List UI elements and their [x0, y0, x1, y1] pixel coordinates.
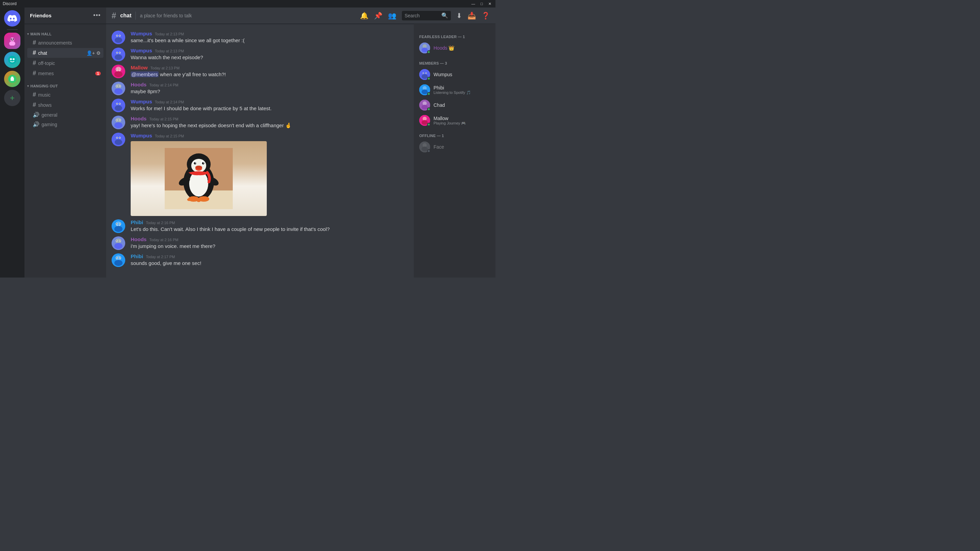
close-button[interactable]: ✕	[487, 2, 493, 6]
discord-home-button[interactable]	[4, 10, 21, 27]
author-line: Hoods Today at 2:14 PM	[130, 82, 408, 87]
message-content: Wumpus Today at 2:13 PM Wanna watch the …	[130, 48, 408, 61]
server-icon-3[interactable]	[4, 71, 21, 87]
member-info: Chad	[434, 102, 490, 108]
members-sidebar: FEARLESS LEADER — 1 Hoods 👑	[414, 24, 495, 278]
download-icon[interactable]: ⬇	[456, 11, 462, 20]
category-hanging-out[interactable]: ▾ HANGING OUT	[24, 79, 106, 89]
member-item-mallow[interactable]: Mallow Playing Journey 🎮	[417, 113, 493, 128]
category-arrow-main-hall: ▾	[27, 32, 29, 36]
mention[interactable]: @members	[130, 71, 159, 77]
member-item-hoods-leader[interactable]: Hoods 👑	[417, 40, 493, 56]
message-timestamp: Today at 2:16 PM	[146, 221, 175, 225]
add-member-icon[interactable]: 👤+	[86, 50, 95, 56]
svg-rect-9	[11, 76, 13, 78]
message-author[interactable]: Wumpus	[130, 98, 152, 105]
category-main-hall[interactable]: ▾ MAIN HALL	[24, 27, 106, 37]
channel-name-chat: chat	[38, 50, 84, 56]
member-name-text: Hoods	[434, 45, 447, 51]
member-item-chad[interactable]: Chad	[417, 98, 493, 113]
avatar	[111, 82, 125, 95]
svg-point-50	[120, 120, 121, 121]
message-author[interactable]: Hoods	[130, 116, 147, 121]
author-line: Wumpus Today at 2:13 PM	[130, 48, 408, 53]
svg-point-85	[115, 226, 123, 232]
message-author[interactable]: Phibi	[130, 219, 143, 225]
status-indicator	[427, 50, 430, 54]
minimize-button[interactable]: —	[470, 2, 476, 6]
member-info: Phibi Listening to Spotify 🎵	[434, 85, 490, 95]
channel-shows[interactable]: # shows	[27, 100, 103, 110]
member-name: Phibi	[434, 85, 490, 91]
server-more-button[interactable]: •••	[93, 12, 101, 19]
svg-point-51	[115, 122, 123, 128]
maximize-button[interactable]: □	[479, 2, 484, 6]
channel-off-topic[interactable]: # off-topic	[27, 58, 103, 68]
members-icon[interactable]: 👥	[388, 11, 396, 20]
message-content: Phibi Today at 2:16 PM Let's do this. Ca…	[130, 219, 408, 233]
message-timestamp: Today at 2:15 PM	[150, 117, 179, 121]
message-author[interactable]: Mallow	[130, 65, 148, 70]
channel-hash-icon: #	[33, 49, 36, 56]
message-author[interactable]: Phibi	[130, 253, 143, 259]
member-avatar-wrap	[419, 69, 430, 80]
message-author[interactable]: Hoods	[130, 237, 147, 242]
help-icon[interactable]: ❓	[482, 11, 490, 20]
svg-point-35	[116, 86, 117, 86]
svg-point-1	[9, 41, 15, 46]
svg-point-90	[116, 240, 117, 241]
svg-point-71	[195, 163, 196, 163]
author-line: Wumpus Today at 2:14 PM	[130, 98, 408, 105]
svg-point-72	[203, 163, 204, 163]
svg-point-5	[10, 58, 12, 60]
members-category: MEMBERS — 3	[417, 56, 493, 67]
channel-memes[interactable]: # memes 1	[27, 68, 103, 78]
message-group: Wumpus Today at 2:14 PM Works for me! I …	[106, 97, 414, 114]
message-author[interactable]: Hoods	[130, 82, 147, 87]
channel-name-memes: memes	[38, 71, 93, 76]
channel-music[interactable]: # music	[27, 90, 103, 100]
channel-general-voice[interactable]: 🔊 general	[27, 110, 103, 119]
message-content: Phibi Today at 2:17 PM sounds good, give…	[130, 253, 408, 267]
svg-point-92	[115, 243, 123, 249]
main-content: # chat a place for friends to talk 🔔 📌 👥…	[106, 8, 495, 278]
message-author[interactable]: Wumpus	[130, 30, 152, 37]
search-box[interactable]: Search 🔍	[402, 11, 451, 21]
notifications-icon[interactable]: 🔔	[360, 11, 369, 20]
voice-icon: 🔊	[33, 111, 40, 118]
message-timestamp: Today at 2:13 PM	[155, 49, 184, 53]
pin-icon[interactable]: 📌	[374, 11, 382, 20]
add-server-button[interactable]: +	[4, 90, 21, 106]
channel-chat[interactable]: # chat 👤+ ⚙	[27, 48, 103, 58]
inbox-icon[interactable]: 📥	[468, 11, 476, 20]
server-icon-friendos[interactable]	[4, 33, 21, 49]
message-timestamp: Today at 2:17 PM	[146, 255, 175, 259]
member-info: Wumpus	[434, 72, 490, 77]
member-avatar-wrap	[419, 84, 430, 95]
member-item-phibi[interactable]: Phibi Listening to Spotify 🎵	[417, 82, 493, 97]
message-author[interactable]: Wumpus	[130, 48, 152, 53]
message-text: i'm jumping on voice. meet me there?	[130, 243, 408, 250]
channel-announcements[interactable]: # announcements	[27, 38, 103, 48]
sidebar-content: ▾ MAIN HALL # announcements # chat 👤+ ⚙ …	[24, 24, 106, 278]
settings-icon[interactable]: ⚙	[96, 50, 101, 56]
memes-badge: 1	[95, 71, 101, 76]
svg-point-30	[115, 71, 123, 77]
member-item-face[interactable]: Face	[417, 140, 493, 154]
message-content: Mallow Today at 2:13 PM @members when ar…	[130, 65, 408, 78]
member-item-wumpus[interactable]: Wumpus	[417, 67, 493, 82]
channel-name-shows: shows	[38, 102, 101, 108]
message-content: Wumpus Today at 2:14 PM Works for me! I …	[130, 98, 408, 112]
message-image	[130, 141, 267, 216]
pingu-image	[130, 141, 267, 216]
titlebar-title: Discord	[3, 2, 17, 6]
svg-point-66	[195, 166, 202, 169]
sidebar-header: Friendos •••	[24, 8, 106, 24]
message-author[interactable]: Wumpus	[130, 133, 152, 138]
author-line: Phibi Today at 2:16 PM	[130, 219, 408, 225]
svg-point-77	[187, 198, 191, 201]
channel-gaming-voice[interactable]: 🔊 gaming	[27, 120, 103, 129]
channel-hash-icon: #	[33, 60, 36, 67]
server-icon-2[interactable]	[4, 52, 21, 68]
svg-point-2	[11, 38, 12, 40]
